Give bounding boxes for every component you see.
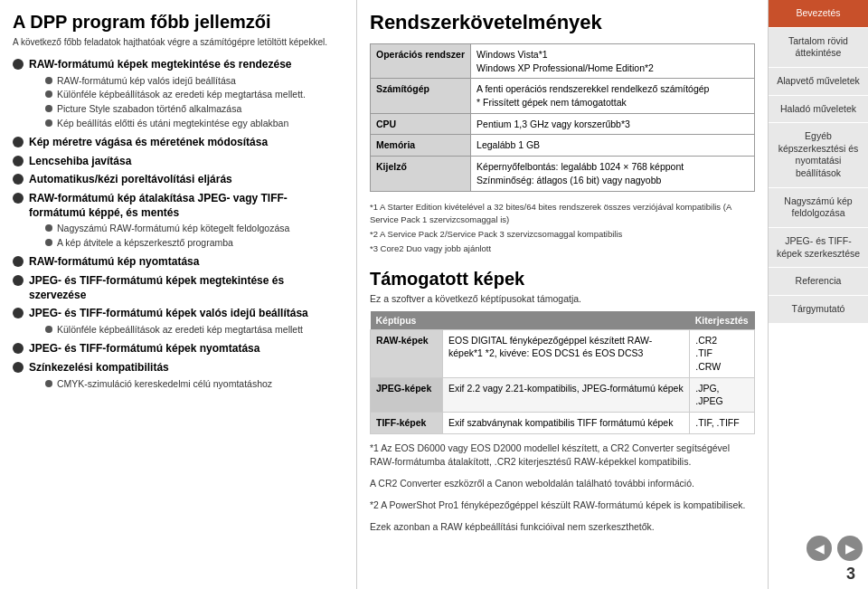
feature-text: RAW-formátumú kép átalakítása JPEG- vagy… — [29, 192, 344, 251]
sysreq-label: Memória — [371, 135, 471, 157]
table-header-0: Képtípus — [371, 311, 443, 330]
table-row: SzámítógépA fenti operációs rendszerekke… — [371, 79, 755, 113]
supported-ext: .TIF, .TIFF — [690, 412, 755, 433]
sysreq-value: Képernyőfelbontás: legalább 1024 × 768 k… — [471, 157, 755, 191]
bullet-large — [13, 193, 24, 204]
supported-desc: EOS DIGITAL fényképezőgéppel készített R… — [443, 329, 690, 377]
table-row: KijelzőKépernyőfelbontás: legalább 1024 … — [371, 157, 755, 191]
supported-desc: Exif szabványnak kompatibilis TIFF formá… — [443, 412, 690, 433]
feature-text: Lencsehiba javítása — [29, 155, 131, 169]
sysreq-table: Operációs rendszerWindows Vista*1Windows… — [370, 43, 755, 192]
bullet-small — [45, 105, 52, 112]
sysreq-label: CPU — [371, 113, 471, 135]
supported-footnote-item: *2 A PowerShot Pro1 fényképezőgéppel kés… — [370, 499, 755, 513]
supported-ext: .JPG, .JPEG — [690, 377, 755, 412]
table-row: RAW-képekEOS DIGITAL fényképezőgéppel ké… — [371, 329, 755, 377]
sub-list-item: Nagyszámú RAW-formátumú kép kötegelt fel… — [45, 223, 344, 235]
next-arrow[interactable]: ▶ — [837, 536, 863, 561]
bullet-small — [45, 380, 52, 387]
sysreq-label: Kijelző — [371, 157, 471, 191]
sysreq-label: Operációs rendszer — [371, 44, 471, 79]
bullet-large — [13, 275, 24, 286]
bullet-large — [13, 137, 24, 147]
table-row: Operációs rendszerWindows Vista*1Windows… — [371, 44, 755, 79]
bullet-large — [13, 343, 24, 354]
sidebar-item-targ[interactable]: Tárgymutató — [769, 296, 868, 324]
list-item: RAW-formátumú kép átalakítása JPEG- vagy… — [13, 192, 344, 251]
supported-ext: .CR2.TIF.CRW — [690, 329, 755, 377]
sub-list-item: RAW-formátumú kép valós idejű beállítása — [45, 75, 306, 88]
sub-list-item: A kép átvitele a képszerkesztő programba — [45, 237, 344, 250]
footnote-item: *3 Core2 Duo vagy jobb ajánlott — [370, 242, 755, 255]
right-sidebar: BevezetésTartalom rövid áttekintéseAlapv… — [769, 0, 868, 589]
sidebar-footer: ◀ ▶ 3 — [769, 530, 868, 589]
sysreq-title: Rendszerkövetelmények — [370, 11, 755, 34]
footnote-item: *2 A Service Pack 2/Service Pack 3 szerv… — [370, 228, 755, 241]
table-header-2: Kiterjesztés — [690, 311, 755, 330]
table-row: TIFF-képekExif szabványnak kompatibilis … — [371, 412, 755, 433]
bullet-small — [45, 224, 52, 232]
bullet-large — [13, 308, 24, 318]
supported-footnote-item: A CR2 Converter eszközről a Canon webold… — [370, 477, 755, 491]
sysreq-value: Windows Vista*1Windows XP Professional/H… — [471, 44, 755, 79]
sidebar-item-halado[interactable]: Haladó műveletek — [769, 96, 868, 124]
page-number: 3 — [774, 565, 863, 584]
middle-panel: Rendszerkövetelmények Operációs rendszer… — [357, 0, 769, 589]
bullet-small — [45, 119, 52, 127]
list-item: Automatikus/kézi poreltávolítási eljárás — [13, 173, 344, 187]
sidebar-nav: BevezetésTartalom rövid áttekintéseAlapv… — [769, 0, 868, 530]
page-title: A DPP program főbb jellemzői — [13, 11, 344, 33]
table-row: MemóriaLegalább 1 GB — [371, 135, 755, 157]
list-item: Kép méretre vágása és méretének módosítá… — [13, 136, 344, 150]
bullet-small — [45, 77, 52, 84]
supported-subtitle: Ez a szoftver a következő képtípusokat t… — [370, 293, 755, 304]
sub-list-item: Különféle képbeállítások az eredeti kép … — [45, 89, 306, 101]
feature-text: RAW-formátumú képek megtekintése és rend… — [29, 58, 306, 131]
supported-type: TIFF-képek — [371, 412, 443, 433]
sub-list-item: Különféle képbeállítások az eredeti kép … — [45, 324, 308, 337]
list-item: RAW-formátumú kép nyomtatása — [13, 255, 344, 270]
supported-type: JPEG-képek — [371, 377, 443, 412]
bullet-small — [45, 326, 52, 333]
supported-footnote-item: *1 Az EOS D6000 vagy EOS D2000 modellel … — [370, 442, 755, 470]
feature-text: Automatikus/kézi poreltávolítási eljárás — [29, 173, 232, 187]
feature-text: JPEG- és TIFF-formátumú képek megtekinté… — [29, 274, 344, 302]
nav-arrows: ◀ ▶ — [807, 536, 863, 561]
list-item: JPEG- és TIFF-formátumú képek nyomtatása — [13, 342, 344, 356]
sysreq-value: A fenti operációs rendszerekkel rendelke… — [471, 79, 755, 113]
prev-arrow[interactable]: ◀ — [807, 536, 832, 561]
sub-list-item: CMYK-szimuláció kereskedelmi célú nyomta… — [45, 378, 272, 391]
table-row: JPEG-képekExif 2.2 vagy 2.21-kompatibili… — [371, 377, 755, 412]
feature-text: JPEG- és TIFF-formátumú képek nyomtatása — [29, 342, 259, 356]
sysreq-value: Pentium 1,3 GHz vagy korszerűbb*3 — [471, 113, 755, 135]
table-header-1 — [443, 311, 690, 330]
page-subtitle: A következő főbb feladatok hajthatóak vé… — [13, 36, 344, 49]
supported-footnote-item: Ezek azonban a RAW képbeállítási funkció… — [370, 520, 755, 535]
sysreq-value: Legalább 1 GB — [471, 135, 755, 157]
table-row: CPUPentium 1,3 GHz vagy korszerűbb*3 — [371, 113, 755, 135]
sidebar-item-tartalom[interactable]: Tartalom rövid áttekintése — [769, 28, 868, 68]
feature-text: JPEG- és TIFF-formátumú képek valós idej… — [29, 307, 308, 337]
sysreq-label: Számítógép — [371, 79, 471, 113]
bullet-large — [13, 362, 24, 373]
bullet-large — [13, 256, 24, 267]
supported-title: Támogatott képek — [370, 269, 755, 290]
left-panel: A DPP program főbb jellemzői A következő… — [0, 0, 357, 589]
sidebar-item-egyeb[interactable]: Egyéb képszerkesztési és nyomtatási beál… — [769, 123, 868, 188]
bullet-small — [45, 90, 52, 98]
list-item: RAW-formátumú képek megtekintése és rend… — [13, 58, 344, 131]
supported-section: Támogatott képek Ez a szoftver a követke… — [370, 269, 755, 535]
feature-text: RAW-formátumú kép nyomtatása — [29, 255, 199, 270]
sidebar-item-nagy[interactable]: Nagyszámú kép feldolgozása — [769, 188, 868, 228]
list-item: JPEG- és TIFF-formátumú képek megtekinté… — [13, 274, 344, 302]
supported-desc: Exif 2.2 vagy 2.21-kompatibilis, JPEG-fo… — [443, 377, 690, 412]
sidebar-item-ref[interactable]: Referencia — [769, 268, 868, 296]
list-item: Színkezelési kompatibilitásCMYK-szimulác… — [13, 361, 344, 392]
feature-text: Kép méretre vágása és méretének módosítá… — [29, 136, 268, 150]
sidebar-item-bevezetés[interactable]: Bevezetés — [769, 0, 868, 28]
sub-list-item: Picture Style szabadon történő alkalmazá… — [45, 103, 306, 116]
sidebar-item-alapveto[interactable]: Alapvető műveletek — [769, 68, 868, 96]
sidebar-item-jpeg-tiff[interactable]: JPEG- és TIFF-képek szerkesztése — [769, 228, 868, 268]
feature-text: Színkezelési kompatibilitásCMYK-szimulác… — [29, 361, 272, 392]
supported-type: RAW-képek — [371, 329, 443, 377]
